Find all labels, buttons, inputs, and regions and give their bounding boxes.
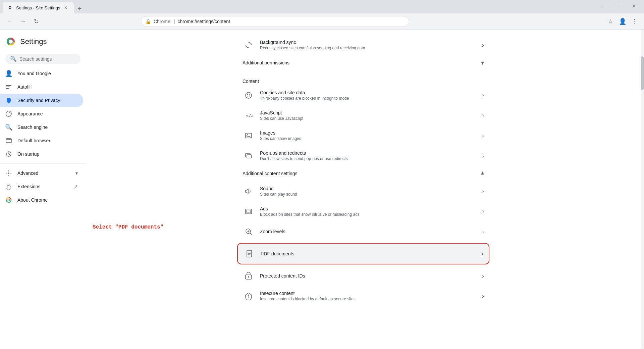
protected-content-icon (243, 270, 255, 282)
sidebar-item-advanced[interactable]: Advanced ▾ (0, 166, 83, 180)
refresh-button[interactable]: ↻ (31, 16, 42, 27)
forward-button[interactable]: → (17, 16, 28, 27)
about-chrome-icon (5, 197, 12, 203)
images-subtitle: Sites can show images (260, 136, 477, 141)
tab-title: Settings - Site Settings (16, 5, 60, 10)
zoom-arrow-icon: › (482, 228, 484, 235)
cookies-text: Cookies and site data Third-party cookie… (260, 90, 477, 101)
insecure-content-title: Insecure content (260, 291, 477, 296)
menu-button[interactable]: ⋮ (629, 16, 640, 27)
new-tab-button[interactable]: + (75, 4, 85, 13)
pdf-text: PDF documents (261, 251, 476, 256)
chrome-logo-icon (5, 36, 16, 47)
javascript-item[interactable]: </> JavaScript Sites can use Javascript … (237, 105, 489, 126)
ads-text: Ads Block ads on sites that show intrusi… (260, 206, 477, 217)
sound-item[interactable]: Sound Sites can play sound › (237, 181, 489, 201)
ads-subtitle: Block ads on sites that show intrusive o… (260, 212, 477, 217)
images-icon (243, 130, 255, 142)
background-sync-item[interactable]: Background sync Recently closed sites ca… (237, 35, 489, 55)
images-arrow-icon: › (482, 132, 484, 139)
svg-point-15 (247, 94, 248, 95)
svg-rect-23 (247, 155, 252, 158)
ads-item[interactable]: Ads Block ads on sites that show intrusi… (237, 201, 489, 221)
search-bar[interactable]: 🔍 (5, 54, 80, 64)
cookies-item[interactable]: Cookies and site data Third-party cookie… (237, 85, 489, 105)
sidebar-item-autofill[interactable]: Autofill (0, 80, 83, 94)
ads-arrow-icon: › (482, 208, 484, 215)
url-text: chrome://settings/content (177, 19, 230, 24)
search-engine-icon: 🔍 (5, 124, 12, 131)
sidebar-item-appearance[interactable]: Appearance (0, 107, 83, 120)
scrollbar-track[interactable] (641, 30, 644, 349)
zoom-item[interactable]: Zoom levels › (237, 221, 489, 242)
sidebar-label-security: Security and Privacy (17, 98, 60, 103)
sidebar-item-about[interactable]: About Chrome (0, 193, 83, 207)
svg-point-21 (247, 134, 248, 135)
sidebar-label-autofill: Autofill (17, 84, 32, 90)
appearance-icon (5, 110, 12, 117)
window-controls: ─ ⬜ ✕ (595, 1, 641, 13)
settings-content: Background sync Recently closed sites ca… (237, 30, 489, 311)
pdf-title: PDF documents (261, 251, 476, 256)
maximize-button[interactable]: ⬜ (610, 1, 626, 11)
additional-permissions-chevron-icon: ▾ (481, 59, 484, 66)
sound-icon (243, 185, 255, 197)
search-input[interactable] (19, 56, 76, 62)
close-tab-button[interactable]: ✕ (63, 5, 68, 10)
lock-icon: 🔒 (145, 19, 151, 24)
additional-content-header[interactable]: Additional content settings ▾ (237, 166, 489, 181)
advanced-icon (5, 170, 12, 177)
background-sync-title: Background sync (260, 40, 477, 45)
popups-item[interactable]: Pop-ups and redirects Don't allow sites … (237, 146, 489, 166)
popups-title: Pop-ups and redirects (260, 150, 477, 156)
cookies-arrow-icon: › (482, 92, 484, 99)
content-section-header: Content (237, 76, 489, 85)
main-container: Settings 🔍 👤 You and Google Autofill (0, 30, 644, 349)
address-bar[interactable]: 🔒 Chrome | chrome://settings/content (141, 16, 409, 27)
additional-permissions-header[interactable]: Additional permissions ▾ (237, 55, 489, 70)
insecure-content-subtitle: Insecure content is blocked by default o… (260, 297, 477, 301)
svg-point-2 (9, 40, 12, 43)
additional-content-chevron-icon: ▾ (481, 170, 484, 177)
protected-content-text: Protected content IDs (260, 273, 477, 279)
sidebar-divider (0, 163, 86, 164)
svg-rect-25 (247, 210, 251, 213)
sidebar-item-you-and-google[interactable]: 👤 You and Google (0, 67, 83, 80)
images-item[interactable]: Images Sites can show images › (237, 126, 489, 146)
minimize-button[interactable]: ─ (595, 1, 610, 11)
pdf-documents-item[interactable]: PDF documents › (237, 243, 489, 264)
person-icon: 👤 (5, 70, 12, 77)
bookmark-button[interactable]: ☆ (605, 16, 616, 27)
back-button[interactable]: ← (4, 16, 15, 27)
images-text: Images Sites can show images (260, 130, 477, 141)
sound-title: Sound (260, 186, 477, 191)
svg-rect-4 (6, 87, 10, 87)
extensions-icon (5, 183, 12, 190)
profile-button[interactable]: 👤 (617, 16, 628, 27)
nav-right-buttons: ☆ 👤 ⋮ (605, 16, 640, 27)
protected-content-item[interactable]: Protected content IDs › (237, 266, 489, 286)
scrollbar-thumb[interactable] (641, 56, 644, 90)
protected-content-title: Protected content IDs (260, 273, 477, 279)
svg-point-16 (249, 94, 250, 95)
sidebar-item-search-engine[interactable]: 🔍 Search engine (0, 120, 83, 134)
zoom-title: Zoom levels (260, 229, 477, 234)
svg-point-29 (248, 276, 249, 278)
sidebar-item-on-startup[interactable]: On startup (0, 147, 83, 161)
sidebar: Settings 🔍 👤 You and Google Autofill (0, 30, 86, 349)
insecure-content-item[interactable]: Insecure content Insecure content is blo… (237, 286, 489, 306)
sidebar-item-security[interactable]: Security and Privacy (0, 94, 83, 107)
search-container: 🔍 (0, 51, 86, 67)
background-sync-text: Background sync Recently closed sites ca… (260, 40, 477, 50)
nav-bar: ← → ↻ 🔒 Chrome | chrome://settings/conte… (0, 13, 644, 30)
close-window-button[interactable]: ✕ (626, 1, 641, 11)
sidebar-item-extensions[interactable]: Extensions ↗ (0, 180, 83, 193)
svg-point-14 (246, 92, 252, 98)
zoom-text: Zoom levels (260, 229, 477, 234)
javascript-subtitle: Sites can use Javascript (260, 116, 477, 121)
active-tab[interactable]: ⚙ Settings - Site Settings ✕ (3, 2, 74, 13)
svg-point-13 (8, 199, 9, 201)
sidebar-label-about: About Chrome (17, 197, 48, 203)
sidebar-item-default-browser[interactable]: Default browser (0, 134, 83, 147)
sidebar-header: Settings (0, 32, 86, 51)
